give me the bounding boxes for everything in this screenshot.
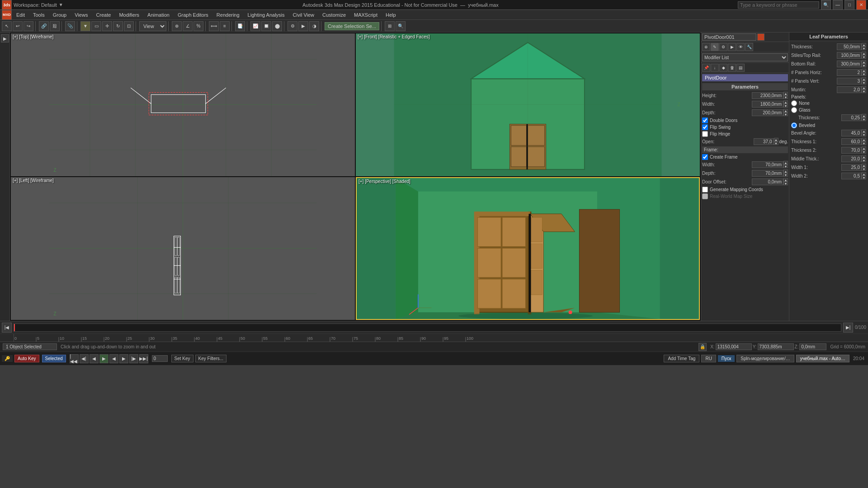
- viewport-left[interactable]: [+] [Left] [Wireframe]: [11, 177, 355, 320]
- snap-btn[interactable]: ⊕: [172, 21, 182, 31]
- workspace-arrow[interactable]: ▼: [59, 2, 63, 7]
- app-logo[interactable]: 3ds: [2, 0, 12, 10]
- stiles-up[interactable]: ▲: [862, 52, 866, 55]
- set-key-btn[interactable]: Set Key: [171, 355, 193, 362]
- thickness2-down[interactable]: ▼: [862, 150, 866, 154]
- leaf-thickness-down[interactable]: ▼: [862, 47, 866, 50]
- auto-key-btn[interactable]: Auto Key: [14, 355, 39, 362]
- bevel-angle-input[interactable]: 45,0: [841, 130, 862, 136]
- pin-stack-btn[interactable]: 📌: [702, 64, 710, 72]
- prev-frame-btn[interactable]: |◀: [2, 323, 12, 333]
- play-reverse-btn[interactable]: ◀: [109, 354, 118, 363]
- redo-btn[interactable]: ↪: [24, 21, 33, 31]
- frame-depth-up[interactable]: ▲: [783, 169, 788, 173]
- graph-editor-btn[interactable]: 📈: [250, 21, 260, 31]
- zoom-region-btn[interactable]: 🔍: [396, 21, 406, 31]
- select-region-rect[interactable]: ▭: [91, 21, 101, 31]
- minimize-btn[interactable]: —: [833, 0, 843, 10]
- y-coord-input[interactable]: 7303,885m: [758, 343, 794, 350]
- middle-thick-down[interactable]: ▼: [862, 159, 866, 162]
- taskbar-item-1[interactable]: Spln-моделирование/…: [736, 355, 794, 362]
- bind-btn[interactable]: 📎: [65, 21, 75, 31]
- go-end-btn[interactable]: ▶▶|: [139, 354, 148, 363]
- menu-animation[interactable]: Animation: [144, 11, 173, 19]
- thickness2-up[interactable]: ▲: [862, 146, 866, 150]
- rotate-btn[interactable]: ↻: [113, 21, 123, 31]
- taskbar-start[interactable]: Пуск: [718, 355, 735, 362]
- object-name-input[interactable]: PivotDoor001: [702, 33, 756, 41]
- height-input[interactable]: 2300,0mm: [752, 92, 783, 99]
- add-time-tag-btn[interactable]: Add Time Tag: [664, 355, 699, 362]
- menu-help[interactable]: Help: [382, 11, 400, 19]
- schematic-btn[interactable]: 🔲: [261, 21, 271, 31]
- unlink-btn[interactable]: ⛓: [50, 21, 60, 31]
- panels-horiz-input[interactable]: 2: [837, 69, 862, 76]
- muntin-up[interactable]: ▲: [862, 86, 866, 89]
- muntin-down[interactable]: ▼: [862, 89, 866, 93]
- depth-down[interactable]: ▼: [783, 113, 788, 116]
- menu-tools[interactable]: Tools: [29, 11, 48, 19]
- show-end-result-btn[interactable]: ↓: [711, 64, 719, 72]
- configure-btn[interactable]: ▤: [736, 64, 745, 72]
- remove-modifier-btn[interactable]: 🗑: [728, 64, 736, 72]
- depth-input[interactable]: 200,0mm: [752, 109, 783, 116]
- none-radio[interactable]: [791, 100, 797, 106]
- menu-create[interactable]: Create: [92, 11, 114, 19]
- real-world-map-checkbox[interactable]: [702, 193, 708, 199]
- bottom-rail-input[interactable]: 300,0mm: [837, 61, 862, 67]
- next-key-btn[interactable]: |▶: [129, 354, 138, 363]
- menu-views[interactable]: Views: [71, 11, 91, 19]
- stiles-input[interactable]: 100,0mm: [837, 52, 862, 59]
- bevel-angle-down[interactable]: ▼: [862, 133, 866, 136]
- leaf-thickness-up[interactable]: ▲: [862, 43, 866, 47]
- menu-lighting[interactable]: Lighting Analysis: [244, 11, 288, 19]
- menu-edit[interactable]: Edit: [13, 11, 28, 19]
- viewport-top[interactable]: [+] [Top] [Wireframe] Z: [11, 33, 355, 176]
- create-frame-checkbox[interactable]: [702, 154, 708, 160]
- frame-width-input[interactable]: 70,0mm: [752, 161, 783, 168]
- play-anim-btn[interactable]: ▶: [1, 34, 9, 42]
- search-input[interactable]: [738, 1, 819, 9]
- frame-depth-input[interactable]: 70,0mm: [752, 170, 783, 177]
- search-icon[interactable]: 🔍: [821, 0, 831, 10]
- restore-btn[interactable]: □: [844, 0, 854, 10]
- middle-thick-input[interactable]: 20,0: [841, 155, 862, 162]
- beveled-radio[interactable]: [791, 122, 797, 128]
- width-down[interactable]: ▼: [783, 104, 788, 108]
- muntin-input[interactable]: 2,0: [837, 86, 862, 93]
- height-down[interactable]: ▼: [783, 95, 788, 99]
- double-doors-checkbox[interactable]: [702, 117, 708, 123]
- modify-tab-btn[interactable]: ✎: [711, 43, 719, 51]
- bevel-angle-up[interactable]: ▲: [862, 129, 866, 133]
- angle-snap-btn[interactable]: ∠: [183, 21, 193, 31]
- thickness2-input[interactable]: 70,0: [841, 147, 862, 154]
- make-unique-btn[interactable]: ◆: [719, 64, 727, 72]
- move-btn[interactable]: ✛: [102, 21, 112, 31]
- link-btn[interactable]: 🔗: [39, 21, 49, 31]
- next-frame-btn[interactable]: ▶|: [843, 323, 853, 333]
- flip-hinge-checkbox[interactable]: [702, 131, 708, 137]
- stiles-down[interactable]: ▼: [862, 55, 866, 59]
- panels-horiz-up[interactable]: ▲: [862, 69, 866, 72]
- leaf-thickness-input[interactable]: 50,0mm: [837, 43, 862, 50]
- menu-civil[interactable]: Civil View: [289, 11, 318, 19]
- mirror-btn[interactable]: ⟺: [209, 21, 219, 31]
- modifier-item[interactable]: PivotDoor: [702, 74, 788, 81]
- frame-width-down[interactable]: ▼: [783, 164, 788, 168]
- percent-snap-btn[interactable]: %: [193, 21, 203, 31]
- z-coord-input[interactable]: 0,0mm: [799, 343, 826, 350]
- select-arrow-btn[interactable]: ↖: [2, 21, 12, 31]
- key-filters-btn[interactable]: Key Filters...: [195, 355, 227, 362]
- open-up[interactable]: ▲: [774, 138, 778, 141]
- timeline-track[interactable]: [14, 324, 841, 332]
- width-input[interactable]: 1800,0mm: [752, 101, 783, 108]
- utility-tab-btn[interactable]: 🔧: [745, 43, 753, 51]
- width1-up[interactable]: ▲: [862, 164, 866, 167]
- glass-thickness-input[interactable]: 0,25: [841, 114, 862, 121]
- frame-depth-down[interactable]: ▼: [783, 173, 788, 177]
- modifier-list-dropdown[interactable]: Modifier List: [702, 53, 788, 61]
- panels-vert-up[interactable]: ▲: [862, 77, 866, 81]
- viewport-perspective[interactable]: [+] [Perspective] [Shaded]: [356, 177, 700, 320]
- menu-maxscript[interactable]: MAXScript: [350, 11, 381, 19]
- select-btn[interactable]: ▼: [80, 21, 90, 31]
